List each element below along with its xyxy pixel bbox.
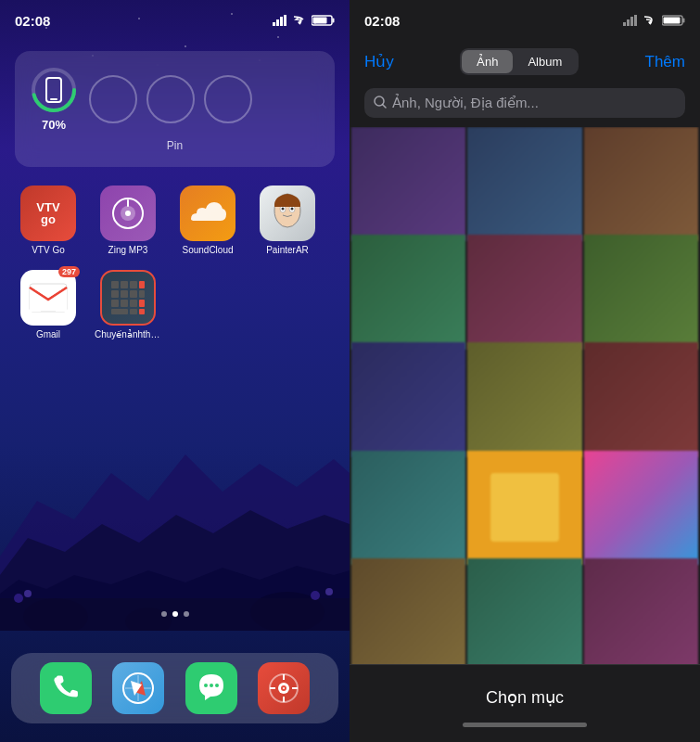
app-chuyenanhthu[interactable]: Chuyếnảnhthà...	[95, 270, 161, 339]
app-zing-mp3[interactable]: Zing MP3	[95, 186, 161, 255]
svg-rect-0	[0, 352, 350, 631]
battery-circle-chart	[30, 66, 78, 114]
photo-cell-15[interactable]	[584, 558, 698, 664]
page-dot-3	[184, 611, 189, 617]
battery-widget: 70% Pin	[15, 51, 335, 167]
vtv-go-icon[interactable]: VTVgo	[20, 186, 76, 241]
svg-rect-39	[130, 300, 137, 307]
right-status-time: 02:08	[364, 13, 400, 29]
search-bar[interactable]: Ảnh, Người, Địa điểm...	[364, 88, 685, 118]
photo-cell-5[interactable]	[467, 235, 581, 349]
svg-rect-31	[130, 281, 137, 288]
svg-rect-60	[623, 22, 626, 26]
wifi-icon	[292, 15, 307, 26]
dock-music[interactable]	[258, 662, 310, 714]
painter-ar-label: PainterAR	[254, 245, 321, 255]
dock-safari[interactable]	[112, 662, 164, 714]
painter-ar-icon[interactable]	[260, 186, 315, 241]
status-bar: 02:08	[0, 0, 350, 41]
svg-rect-43	[139, 309, 145, 314]
svg-rect-63	[634, 15, 637, 26]
nav-tabs: Ảnh Album	[460, 48, 579, 75]
app-gmail[interactable]: 297 Gmail	[15, 270, 82, 339]
empty-circles	[89, 75, 252, 123]
photo-cell-13[interactable]	[351, 558, 465, 664]
svg-rect-40	[139, 300, 145, 307]
app-soundcloud[interactable]: SoundCloud	[174, 186, 241, 255]
svg-point-26	[282, 208, 285, 211]
svg-rect-12	[284, 15, 286, 26]
svg-rect-65	[683, 19, 685, 23]
search-icon	[374, 96, 387, 111]
photo-cell-6[interactable]	[584, 235, 698, 349]
photo-cell-10[interactable]	[351, 451, 465, 565]
photo-cell-11[interactable]	[467, 451, 581, 565]
svg-point-50	[210, 684, 213, 687]
soundcloud-icon[interactable]	[180, 186, 235, 241]
svg-rect-30	[121, 281, 128, 288]
svg-rect-62	[630, 17, 633, 26]
gmail-icon[interactable]	[20, 270, 76, 326]
svg-rect-29	[111, 281, 119, 288]
status-time: 02:08	[15, 13, 50, 29]
zing-mp3-icon[interactable]	[100, 186, 156, 241]
svg-rect-35	[130, 290, 137, 298]
dock	[11, 653, 338, 723]
svg-rect-19	[50, 98, 57, 100]
photo-cell-9[interactable]	[584, 342, 698, 456]
photo-cell-1[interactable]	[351, 127, 465, 241]
svg-rect-34	[121, 290, 128, 298]
svg-rect-14	[333, 19, 335, 23]
bottom-action: Chọn mục	[350, 664, 700, 742]
chuyenanhthu-label: Chuyếnảnhthà...	[95, 329, 161, 339]
svg-point-51	[215, 684, 219, 687]
photo-cell-7[interactable]	[351, 342, 465, 456]
right-status-icons	[623, 15, 685, 26]
svg-point-49	[204, 684, 208, 687]
cancel-button[interactable]: Hủy	[364, 52, 394, 71]
tab-anh[interactable]: Ảnh	[462, 50, 513, 73]
left-panel: 02:08	[0, 0, 350, 742]
svg-point-6	[24, 590, 32, 597]
app-row-2: 297 Gmail	[15, 270, 335, 339]
soundcloud-label: SoundCloud	[174, 245, 241, 255]
app-grid: VTVgo VTV Go Zing MP3	[15, 186, 335, 354]
photo-cell-14[interactable]	[467, 558, 581, 664]
zing-mp3-label: Zing MP3	[95, 245, 161, 255]
svg-point-27	[291, 208, 294, 211]
photo-cell-4[interactable]	[351, 235, 465, 349]
svg-rect-36	[139, 290, 145, 298]
add-button[interactable]: Thêm	[645, 53, 685, 71]
right-battery-icon	[662, 15, 685, 26]
chuyenanhthu-icon[interactable]	[100, 270, 156, 326]
battery-percent: 70%	[42, 118, 66, 132]
svg-rect-10	[276, 19, 279, 26]
dock-phone[interactable]	[40, 662, 92, 714]
photo-cell-3[interactable]	[584, 127, 698, 241]
page-dots	[0, 611, 350, 617]
svg-rect-66	[664, 18, 681, 24]
right-signal-icon	[623, 15, 638, 26]
svg-rect-41	[111, 309, 128, 314]
photo-cell-8[interactable]	[467, 342, 581, 456]
photo-cell-2[interactable]	[467, 127, 581, 241]
right-wifi-icon	[643, 15, 657, 26]
signal-icon	[273, 15, 287, 26]
photo-grid	[350, 127, 700, 664]
tab-album[interactable]: Album	[513, 50, 577, 73]
landscape-background	[0, 352, 350, 631]
nav-bar: Hủy Ảnh Album Thêm	[350, 41, 700, 83]
battery-icon	[312, 15, 335, 26]
svg-rect-15	[313, 18, 327, 24]
dock-messages[interactable]	[185, 662, 237, 714]
right-status-bar: 02:08	[350, 0, 700, 41]
svg-rect-42	[130, 309, 137, 314]
chon-muc-button[interactable]: Chọn mục	[486, 680, 564, 715]
app-row-1: VTVgo VTV Go Zing MP3	[15, 186, 335, 255]
app-vtv-go[interactable]: VTVgo VTV Go	[15, 186, 82, 255]
svg-point-5	[14, 594, 23, 603]
svg-point-7	[311, 591, 320, 600]
svg-point-8	[325, 588, 333, 595]
app-painter-ar[interactable]: PainterAR	[254, 186, 321, 255]
photo-cell-12[interactable]	[584, 451, 698, 565]
